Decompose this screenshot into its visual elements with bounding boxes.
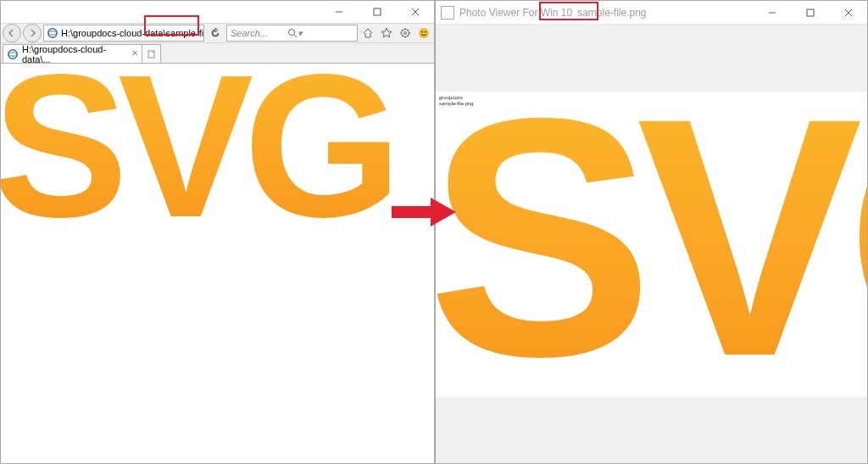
ie-tab-strip: H:\groupdocs-cloud-data\... ✕ <box>1 43 434 64</box>
svg-line-7 <box>294 35 297 37</box>
photoviewer-window: Photo Viewer For Win 10 sample-file.png … <box>435 0 868 464</box>
address-input[interactable]: H:\groupdocs-cloud-data\sample-file.svg … <box>43 25 204 42</box>
pv-minimize-button[interactable] <box>753 2 791 24</box>
tab-label: H:\groupdocs-cloud-data\... <box>22 44 126 64</box>
home-button[interactable] <box>359 25 376 42</box>
pv-image-canvas: groupdocs sample-file.png SVG <box>436 92 867 397</box>
svg-point-9 <box>404 32 407 35</box>
pv-app-icon <box>441 6 454 20</box>
svg-point-4 <box>48 29 58 38</box>
svg-text:SVG: SVG <box>1 64 392 260</box>
svg-point-12 <box>425 31 426 33</box>
tab-close-icon[interactable]: ✕ <box>131 48 138 58</box>
address-text: H:\groupdocs-cloud-data\sample-file.svg <box>61 28 204 38</box>
pv-close-button[interactable] <box>829 2 867 24</box>
svg-rect-1 <box>374 8 381 15</box>
pv-content-area: groupdocs sample-file.png SVG <box>436 25 867 463</box>
blank-page-icon <box>147 50 156 59</box>
ie-content-area: SVG <box>1 64 434 463</box>
feedback-button[interactable] <box>415 25 432 42</box>
ie-window: H:\groupdocs-cloud-data\sample-file.svg … <box>0 0 435 464</box>
ie-address-bar: H:\groupdocs-cloud-data\sample-file.svg … <box>1 23 434 43</box>
new-tab-button[interactable] <box>142 44 161 63</box>
ie-titlebar <box>1 1 434 23</box>
svg-point-14 <box>8 52 18 55</box>
pv-file-name: sample-file.png <box>577 7 646 19</box>
svg-point-11 <box>421 31 423 33</box>
search-placeholder: Search... <box>231 28 287 38</box>
back-button[interactable] <box>3 24 21 42</box>
svg-image: SVG <box>1 64 434 269</box>
svg-rect-18 <box>807 9 814 16</box>
search-dropdown-icon[interactable]: ▾ <box>298 28 354 39</box>
minimize-button[interactable] <box>320 1 358 23</box>
ie-favicon-icon <box>47 27 58 39</box>
maximize-button[interactable] <box>358 1 396 23</box>
pv-svg-image: SVG <box>436 92 867 397</box>
forward-button[interactable] <box>23 24 42 42</box>
pv-titlebar: Photo Viewer For Win 10 sample-file.png <box>436 1 867 25</box>
favorites-button[interactable] <box>378 25 395 42</box>
svg-text:SVG: SVG <box>436 92 867 397</box>
pv-app-name: Photo Viewer For Win 10 <box>459 7 572 19</box>
svg-point-13 <box>8 49 18 59</box>
pv-maximize-button[interactable] <box>791 2 829 24</box>
search-icon[interactable] <box>287 28 298 38</box>
search-input[interactable]: Search... ▾ <box>226 25 358 42</box>
tools-button[interactable] <box>397 25 414 42</box>
svg-point-5 <box>48 31 58 35</box>
svg-point-10 <box>419 28 429 38</box>
tab-favicon-icon <box>7 48 19 60</box>
tab-active[interactable]: H:\groupdocs-cloud-data\... ✕ <box>3 44 142 63</box>
close-button[interactable] <box>396 1 434 23</box>
svg-point-6 <box>288 30 294 36</box>
refresh-button[interactable] <box>206 25 225 42</box>
